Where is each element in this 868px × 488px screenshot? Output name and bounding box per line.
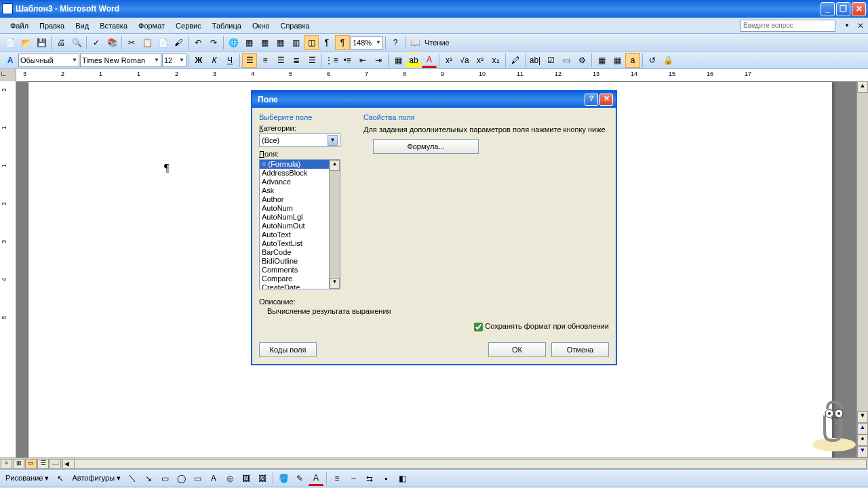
columns-button[interactable]: ▥ [288, 35, 303, 50]
tables-button[interactable]: ▦ [241, 35, 256, 50]
open-button[interactable]: 📂 [18, 35, 33, 50]
underline-button[interactable]: Ч [222, 53, 237, 68]
web-view-button[interactable]: ⊞ [13, 459, 24, 469]
help-button[interactable]: ? [388, 35, 403, 50]
form-combo-button[interactable]: ▭ [559, 53, 574, 68]
spelling-button[interactable]: ✓ [89, 35, 104, 50]
field-list-item[interactable]: AutoText [260, 230, 340, 239]
listbox-scrollbar[interactable]: ▲ ▼ [329, 160, 340, 289]
field-list-item[interactable]: = (Formula) [260, 160, 340, 169]
highlight2-button[interactable]: 🖍 [508, 53, 523, 68]
bullets-button[interactable]: •≡ [340, 53, 355, 68]
zoom-combo[interactable]: 148%▼ [351, 36, 383, 49]
print-view-button[interactable]: ▭ [25, 459, 37, 469]
field-list-item[interactable]: Advance [260, 178, 340, 186]
picture-button[interactable]: 🖼 [255, 471, 270, 486]
rectangle-button[interactable]: ▭ [157, 471, 172, 486]
field-list-item[interactable]: AutoNumOut [260, 222, 340, 230]
autoshapes-menu[interactable]: Автофигуры ▾ [69, 474, 123, 483]
scroll-up-button[interactable]: ▲ [857, 81, 868, 93]
form-reset-button[interactable]: ↺ [645, 53, 660, 68]
dialog-close-button[interactable]: ✕ [599, 94, 613, 106]
diagram-button[interactable]: ◎ [222, 471, 237, 486]
research-button[interactable]: 📚 [104, 35, 119, 50]
field-list-item[interactable]: AutoTextList [260, 239, 340, 248]
borders-button[interactable]: ▦ [391, 53, 406, 68]
form-lock-button[interactable]: 🔒 [660, 53, 675, 68]
line-button[interactable]: ＼ [125, 471, 140, 486]
styles-pane-button[interactable]: A [3, 53, 18, 68]
reading-label[interactable]: Чтение [423, 39, 451, 47]
wordart-button[interactable]: A [206, 471, 221, 486]
field-list-item[interactable]: AutoNumLgl [260, 213, 340, 222]
align-right-button[interactable]: ☰ [273, 53, 288, 68]
scroll-down-button[interactable]: ▼ [857, 411, 868, 423]
dash-style-button[interactable]: ┄ [346, 471, 361, 486]
form-props-button[interactable]: ⚙ [574, 53, 589, 68]
minimize-button[interactable]: _ [821, 2, 835, 16]
vertical-scrollbar[interactable]: ▲ ▼ ▲ ● ▼ [856, 81, 868, 458]
3d-button[interactable]: ◧ [395, 471, 410, 486]
menu-edit[interactable]: Правка [35, 20, 69, 31]
cut-button[interactable]: ✂ [124, 35, 139, 50]
paste-button[interactable]: 📄 [155, 35, 170, 50]
formula-button[interactable]: Формула... [373, 139, 479, 154]
form-table-button[interactable]: ▦ [594, 53, 609, 68]
dialog-help-button[interactable]: ? [585, 94, 598, 106]
font-combo[interactable]: Times New Roman▼ [80, 54, 161, 67]
font-color2-button[interactable]: A [309, 471, 323, 486]
listbox-scroll-up[interactable]: ▲ [330, 160, 340, 171]
preserve-format-checkbox[interactable]: Сохранять формат при обновлении [474, 322, 609, 330]
undo-button[interactable]: ↶ [191, 35, 205, 50]
field-list-item[interactable]: Comments [260, 266, 340, 274]
justify-button[interactable]: ≣ [289, 53, 304, 68]
field-list-item[interactable]: AddressBlock [260, 169, 340, 178]
align-center-button[interactable]: ≡ [258, 53, 273, 68]
field-list-item[interactable]: Author [260, 195, 340, 204]
highlight-button[interactable]: ab [406, 53, 421, 68]
browse-next-button[interactable]: ▼ [857, 446, 868, 458]
arrow-button[interactable]: ↘ [141, 471, 156, 486]
ok-button[interactable]: ОК [488, 342, 546, 357]
numbering-button[interactable]: ⋮≡ [324, 53, 339, 68]
normal-view-button[interactable]: ≡ [1, 459, 12, 469]
menu-format[interactable]: Формат [134, 20, 170, 31]
line-spacing-button[interactable]: ☰ [304, 53, 319, 68]
font-color-button[interactable]: A [422, 53, 437, 68]
subscript-button[interactable]: x₂ [488, 53, 503, 68]
cancel-button[interactable]: Отмена [551, 342, 609, 357]
field-list-item[interactable]: BidiOutline [260, 257, 340, 266]
doc-map-button[interactable]: ¶ [319, 35, 334, 50]
style-combo[interactable]: Обычный▼ [18, 54, 79, 67]
drawing-menu[interactable]: Рисование ▾ [3, 474, 52, 483]
line-color-button[interactable]: ✎ [292, 471, 307, 486]
menu-view[interactable]: Вид [71, 20, 94, 31]
form-check-button[interactable]: ☑ [543, 53, 558, 68]
clipart-button[interactable]: 🖼 [239, 471, 254, 486]
oval-button[interactable]: ◯ [174, 471, 189, 486]
menu-tools[interactable]: Сервис [171, 20, 206, 31]
menu-table[interactable]: Таблица [208, 20, 246, 31]
align-left-button[interactable]: ☰ [242, 53, 257, 68]
menu-insert[interactable]: Вставка [95, 20, 132, 31]
arrow-style-button[interactable]: ⇆ [362, 471, 377, 486]
fields-listbox[interactable]: = (Formula)AddressBlockAdvanceAskAuthorA… [259, 159, 340, 289]
drawing-toolbar-button[interactable]: ◫ [304, 35, 319, 50]
help-question-input[interactable] [741, 20, 835, 32]
document-close-button[interactable]: ✕ [856, 21, 865, 30]
format-painter-button[interactable]: 🖌 [171, 35, 186, 50]
print-preview-button[interactable]: 🔍 [69, 35, 84, 50]
excel-button[interactable]: ▦ [273, 35, 288, 50]
form-frame-button[interactable]: ▦ [610, 53, 625, 68]
shadow-button[interactable]: ▪ [378, 471, 393, 486]
dialog-titlebar[interactable]: Поле ? ✕ [252, 92, 616, 108]
bold-button[interactable]: Ж [191, 53, 206, 68]
field-list-item[interactable]: Compare [260, 274, 340, 283]
select-objects-button[interactable]: ↖ [53, 471, 68, 486]
menu-help[interactable]: Справка [275, 20, 314, 31]
browse-prev-button[interactable]: ▲ [857, 423, 868, 434]
insert-table-button[interactable]: ▦ [257, 35, 272, 50]
reading-layout-icon[interactable]: 📖 [408, 35, 422, 50]
italic-button[interactable]: К [207, 53, 222, 68]
horizontal-ruler[interactable]: ∟ 3211234567891011121314151617 [0, 69, 868, 81]
